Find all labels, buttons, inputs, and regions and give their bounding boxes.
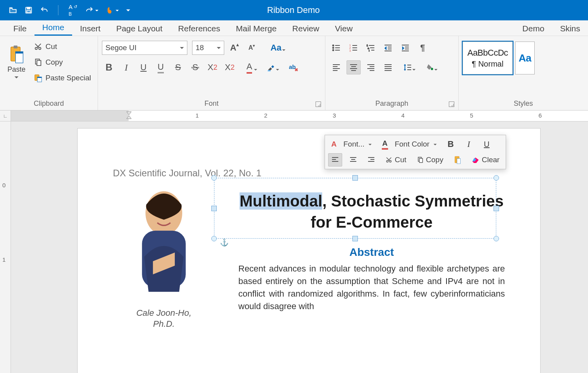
svg-text:1: 1 [367, 44, 368, 47]
svg-text:i: i [369, 50, 369, 52]
italic-icon[interactable]: I [119, 60, 133, 74]
align-left-icon[interactable] [329, 60, 343, 74]
style-normal[interactable]: AaBbCcDc ¶ Normal [463, 42, 513, 74]
page-viewport[interactable]: DX Scientific Journal, Vol. 22, No. 1 Ca… [11, 121, 588, 373]
multilevel-list-icon[interactable]: 1ai [364, 41, 378, 55]
group-font: Segoe UI 18 A▴ A▾ Aa B I U U S S X2 X2 A [98, 36, 325, 110]
mini-underline-icon[interactable]: U [480, 138, 494, 151]
copy-button[interactable]: Copy [31, 56, 93, 68]
ruler-corner-icon[interactable]: ∟ [0, 110, 11, 121]
strikethrough-icon[interactable]: S [171, 60, 185, 74]
paragraph-dialog-launcher[interactable] [449, 101, 454, 107]
app-title: Ribbon Demo [132, 5, 455, 15]
mini-paste-icon[interactable] [450, 153, 465, 167]
mini-font-button[interactable]: A Font... [328, 138, 375, 151]
style-preview-alt: Aa [519, 52, 531, 64]
mini-cut-button[interactable]: Cut [382, 153, 410, 167]
group-clipboard: Paste Cut Copy Paste Special Clipboard [0, 36, 98, 110]
underline-icon[interactable]: U [136, 60, 151, 74]
group-styles: AaBbCcDc ¶ Normal Aa Styles [459, 36, 588, 110]
mini-bold-icon[interactable]: B [444, 138, 458, 151]
author-photo[interactable] [119, 183, 209, 296]
paste-special-button[interactable]: Paste Special [31, 72, 93, 84]
open-icon[interactable] [7, 4, 19, 16]
resize-handle-w[interactable] [211, 206, 217, 211]
tab-file[interactable]: File [5, 21, 34, 36]
decrease-indent-icon[interactable] [381, 41, 395, 55]
font-name-combo[interactable]: Segoe UI [102, 41, 187, 55]
subscript-icon[interactable]: X2 [223, 60, 237, 74]
author-name-line2: Ph.D. [153, 319, 174, 329]
align-right-icon[interactable] [364, 60, 378, 74]
show-marks-icon[interactable]: ¶ [416, 41, 430, 55]
resize-handle-ne[interactable] [494, 175, 499, 181]
author-name-line1: Cale Joon-Ho, [136, 308, 192, 318]
clear-formatting-icon[interactable]: ab [287, 60, 301, 74]
paste-button[interactable]: Paste [4, 38, 29, 85]
tab-review[interactable]: Review [285, 21, 327, 36]
align-center-icon[interactable] [347, 60, 361, 74]
hruler-mark: 3 [333, 112, 336, 119]
change-case-button[interactable]: Aa [265, 41, 287, 55]
tab-page-layout[interactable]: Page Layout [108, 21, 170, 36]
numbering-icon[interactable]: 123 [347, 41, 361, 55]
tab-mail-merge[interactable]: Mail Merge [228, 21, 285, 36]
vruler-mark-1: 1 [2, 256, 5, 263]
mini-font-color-button[interactable]: A Font Color [379, 138, 440, 151]
resize-handle-sw[interactable] [211, 236, 217, 241]
undo-icon[interactable] [38, 4, 50, 16]
shrink-font-icon[interactable]: A▾ [245, 41, 259, 55]
grow-font-icon[interactable]: A▴ [227, 41, 241, 55]
bullets-icon[interactable] [329, 41, 343, 55]
tab-skins[interactable]: Skins [552, 21, 588, 36]
font-color-icon[interactable]: A [240, 60, 259, 74]
ribbon-tabs: File Home Insert Page Layout References … [0, 20, 588, 36]
mini-align-center-icon[interactable] [346, 153, 360, 167]
resize-handle-s[interactable] [352, 236, 358, 241]
bold-icon[interactable]: B [102, 60, 116, 74]
double-strikethrough-icon[interactable]: S [188, 60, 202, 74]
font-dialog-launcher[interactable] [316, 101, 321, 107]
mini-align-left-icon[interactable] [328, 153, 342, 167]
vertical-ruler[interactable]: ∟ 0 1 [0, 110, 11, 373]
resize-handle-e[interactable] [494, 206, 499, 211]
save-icon[interactable] [23, 4, 34, 16]
redo-dropdown-icon[interactable] [83, 4, 100, 16]
document-title[interactable]: Multimodal, Stochastic Symmetries for E-… [238, 190, 505, 233]
svg-rect-1 [27, 7, 30, 9]
double-underline-icon[interactable]: U [154, 60, 168, 74]
style-alt[interactable]: Aa [515, 42, 535, 74]
tab-view[interactable]: View [327, 21, 360, 36]
tab-demo[interactable]: Demo [515, 21, 552, 36]
tab-home[interactable]: Home [34, 20, 72, 36]
highlight-icon[interactable] [262, 60, 281, 74]
line-spacing-icon[interactable] [398, 60, 417, 74]
horizontal-ruler[interactable]: 1 2 3 4 5 6 [11, 110, 588, 121]
copy-label: Copy [45, 58, 63, 67]
touch-mode-dropdown-icon[interactable] [104, 4, 120, 16]
mini-toolbar: A Font... A Font Color B I U Cut Copy Cl… [325, 135, 506, 169]
tab-references[interactable]: References [170, 21, 228, 36]
first-line-indent-marker[interactable] [126, 111, 132, 119]
font-size-combo[interactable]: 18 [192, 41, 224, 55]
ab-compare-icon[interactable]: A ↺B [66, 4, 80, 16]
mini-clear-button[interactable]: Clear [468, 153, 503, 167]
cut-button[interactable]: Cut [31, 41, 93, 53]
resize-handle-nw[interactable] [211, 175, 217, 181]
resize-handle-n[interactable] [352, 175, 358, 181]
increase-indent-icon[interactable] [398, 41, 412, 55]
mini-copy-button[interactable]: Copy [414, 153, 446, 167]
svg-point-61 [431, 68, 433, 70]
superscript-icon[interactable]: X2 [205, 60, 220, 74]
document-page[interactable]: DX Scientific Journal, Vol. 22, No. 1 Ca… [78, 129, 540, 373]
resize-handle-se[interactable] [494, 236, 499, 241]
vruler-mark-0: 0 [2, 182, 5, 188]
customize-qat-icon[interactable] [124, 4, 132, 16]
tab-insert[interactable]: Insert [72, 21, 109, 36]
svg-text:2: 2 [349, 47, 351, 49]
mini-align-right-icon[interactable] [364, 153, 378, 167]
align-justify-icon[interactable] [381, 60, 395, 74]
qat-separator [58, 5, 58, 15]
mini-italic-icon[interactable]: I [462, 138, 476, 151]
shading-icon[interactable] [420, 60, 439, 74]
